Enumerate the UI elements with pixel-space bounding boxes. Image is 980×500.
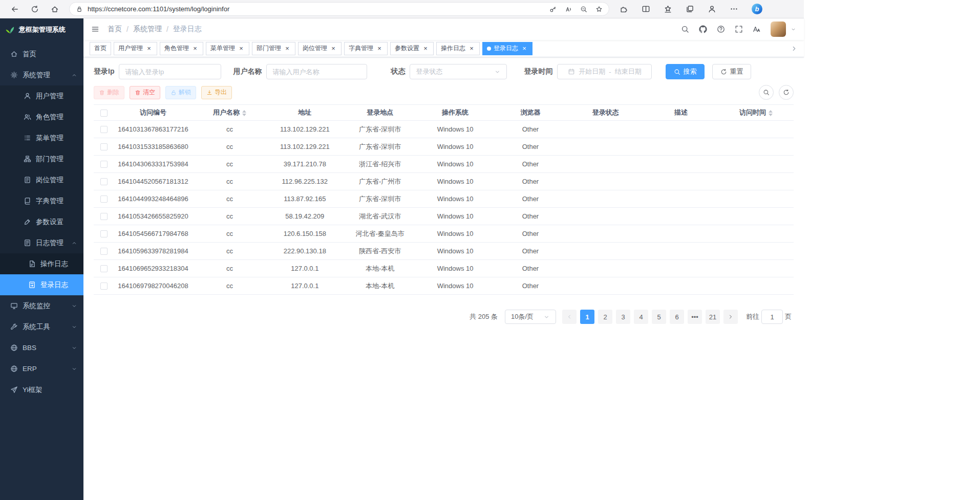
sidebar-item-system-tools[interactable]: 系统工具	[0, 316, 83, 337]
more-pages-button[interactable]: •••	[688, 310, 702, 324]
tab-close-icon[interactable]: ×	[238, 45, 245, 52]
row-checkbox[interactable]	[100, 230, 108, 237]
browser-url-bar[interactable]: https://ccnetcore.com:1101/system/log/lo…	[69, 2, 609, 16]
header-search-icon[interactable]	[681, 25, 689, 33]
sidebar-item-yi-framework[interactable]: Yi框架	[0, 379, 83, 400]
delete-button[interactable]: 删除	[94, 86, 124, 99]
zoom-out-icon[interactable]	[580, 6, 587, 13]
export-button[interactable]: 导出	[201, 86, 232, 99]
row-checkbox[interactable]	[100, 213, 108, 220]
sidebar-item-dict-management[interactable]: 字典管理	[0, 190, 83, 211]
breadcrumb-item[interactable]: 系统管理	[133, 25, 162, 34]
prev-page-button[interactable]	[562, 310, 577, 324]
add-favorite-star-icon[interactable]	[595, 6, 603, 13]
favorites-star-icon[interactable]	[664, 5, 672, 13]
status-select[interactable]: 登录状态	[410, 64, 507, 79]
sidebar-item-system-monitor[interactable]: 系统监控	[0, 295, 83, 316]
page-button-3[interactable]: 3	[616, 310, 630, 324]
browser-home-button[interactable]	[47, 2, 62, 17]
key-icon[interactable]	[549, 6, 557, 13]
page-button-2[interactable]: 2	[598, 310, 612, 324]
page-size-select[interactable]: 10条/页	[505, 310, 556, 324]
sidebar-item-param-settings[interactable]: 参数设置	[0, 211, 83, 232]
tab-post-management[interactable]: 岗位管理×	[298, 42, 342, 55]
next-page-button[interactable]	[723, 310, 738, 324]
sort-caret-icon[interactable]	[769, 110, 773, 116]
row-checkbox[interactable]	[100, 248, 108, 255]
sidebar-item-bbs[interactable]: BBS	[0, 337, 83, 358]
browser-menu-ellipsis-icon[interactable]	[730, 5, 738, 13]
browser-profile-icon[interactable]	[708, 5, 716, 13]
sidebar-item-erp[interactable]: ERP	[0, 358, 83, 379]
sidebar-item-dept-management[interactable]: 部门管理	[0, 148, 83, 169]
sidebar-item-log-management[interactable]: 日志管理	[0, 232, 83, 253]
page-button-4[interactable]: 4	[634, 310, 648, 324]
help-icon[interactable]	[717, 25, 725, 33]
page-button-1[interactable]: 1	[580, 310, 594, 324]
sidebar-item-system-management[interactable]: 系统管理	[0, 64, 83, 85]
tab-dict-management[interactable]: 字典管理×	[344, 42, 388, 55]
fullscreen-icon[interactable]	[735, 25, 743, 33]
date-range-picker[interactable]: 开始日期 - 结束日期	[557, 64, 652, 79]
ip-filter-input[interactable]	[119, 64, 221, 79]
page-button-6[interactable]: 6	[670, 310, 684, 324]
tab-role-management[interactable]: 角色管理×	[160, 42, 203, 55]
extensions-puzzle-icon[interactable]	[620, 5, 628, 13]
collections-icon[interactable]	[686, 5, 694, 13]
row-checkbox[interactable]	[100, 143, 108, 150]
column-header-time[interactable]: 访问时间	[718, 105, 794, 121]
tabs-scroll-right-icon[interactable]	[791, 45, 798, 52]
breadcrumb-item[interactable]: 首页	[108, 25, 122, 34]
tab-close-icon[interactable]: ×	[422, 45, 429, 52]
row-checkbox[interactable]	[100, 126, 108, 133]
tab-close-icon[interactable]: ×	[284, 45, 291, 52]
font-size-icon[interactable]	[753, 25, 761, 33]
tab-close-icon[interactable]: ×	[468, 45, 475, 52]
sidebar-item-login-log[interactable]: 登录日志	[0, 274, 83, 295]
tab-close-icon[interactable]: ×	[145, 45, 153, 52]
row-checkbox[interactable]	[100, 282, 108, 290]
refresh-table-button[interactable]	[779, 85, 794, 100]
search-button[interactable]: 搜索	[666, 64, 705, 79]
row-checkbox[interactable]	[100, 195, 108, 203]
page-button-21[interactable]: 21	[706, 310, 720, 324]
sidebar-item-operation-log[interactable]: 操作日志	[0, 253, 83, 274]
hamburger-icon[interactable]	[91, 25, 99, 33]
row-checkbox[interactable]	[100, 178, 108, 185]
username-filter-input[interactable]	[266, 64, 367, 79]
unlock-button[interactable]: 解锁	[165, 86, 196, 99]
sidebar-item-home[interactable]: 首页	[0, 44, 83, 64]
sidebar-item-menu-management[interactable]: 菜单管理	[0, 127, 83, 148]
tab-close-icon[interactable]: ×	[191, 45, 199, 52]
jump-page-input[interactable]	[761, 310, 783, 324]
github-icon[interactable]	[699, 25, 707, 33]
reset-button[interactable]: 重置	[712, 64, 751, 79]
browser-refresh-button[interactable]	[27, 2, 42, 17]
avatar[interactable]	[771, 21, 786, 37]
clear-button[interactable]: 清空	[130, 86, 160, 99]
sidebar-item-post-management[interactable]: 岗位管理	[0, 169, 83, 190]
sidebar-item-user-management[interactable]: 用户管理	[0, 85, 83, 106]
sidebar-item-role-management[interactable]: 角色管理	[0, 106, 83, 127]
row-checkbox[interactable]	[100, 265, 108, 272]
select-all-checkbox[interactable]	[100, 110, 108, 117]
tab-user-management[interactable]: 用户管理×	[114, 42, 157, 55]
browser-back-button[interactable]	[7, 2, 23, 17]
sort-caret-icon[interactable]	[242, 110, 246, 116]
tab-login-log[interactable]: 登录日志×	[482, 42, 532, 55]
tab-close-icon[interactable]: ×	[521, 45, 528, 52]
column-header-user[interactable]: 用户名称	[192, 105, 267, 121]
split-screen-icon[interactable]	[642, 5, 650, 13]
tab-dept-management[interactable]: 部门管理×	[252, 42, 295, 55]
row-checkbox[interactable]	[100, 161, 108, 168]
tab-menu-management[interactable]: 菜单管理×	[206, 42, 249, 55]
tab-close-icon[interactable]: ×	[376, 45, 383, 52]
bing-icon[interactable]: b	[752, 4, 762, 14]
read-aloud-icon[interactable]	[565, 6, 572, 13]
tab-operation-log[interactable]: 操作日志×	[436, 42, 480, 55]
toggle-search-button[interactable]	[759, 85, 774, 100]
tab-close-icon[interactable]: ×	[330, 45, 337, 52]
tab-param-settings[interactable]: 参数设置×	[390, 42, 434, 55]
page-button-5[interactable]: 5	[652, 310, 666, 324]
tab-home[interactable]: 首页	[90, 42, 111, 55]
